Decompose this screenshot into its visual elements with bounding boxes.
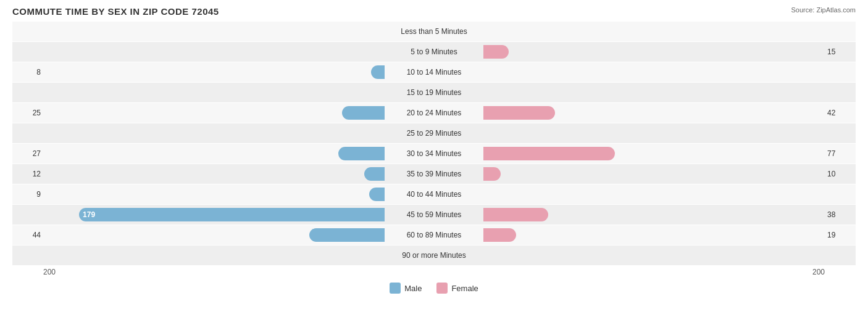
female-label: Female [451, 284, 478, 293]
legend-male: Male [390, 283, 422, 294]
chart-row: 5 to 9 Minutes 15 [12, 42, 856, 62]
male-label: Male [404, 284, 422, 293]
female-bar [483, 45, 509, 59]
male-side [43, 167, 385, 181]
female-bar [483, 106, 555, 120]
chart-row: 12 35 to 39 Minutes 10 [12, 164, 856, 184]
row-label: 40 to 44 Minutes [385, 190, 483, 199]
female-bar [483, 228, 516, 242]
row-label: 5 to 9 Minutes [385, 47, 483, 56]
male-bar [364, 167, 385, 181]
row-label: 15 to 19 Minutes [385, 88, 483, 97]
chart-row: 27 30 to 34 Minutes 77 [12, 144, 856, 163]
female-side [483, 44, 825, 59]
female-side [483, 187, 825, 202]
female-bar [483, 147, 615, 160]
male-side [43, 85, 385, 100]
bars-wrapper: 15 to 19 Minutes [43, 85, 825, 100]
bar-area: Less than 5 Minutes [43, 22, 825, 41]
male-value: 9 [12, 190, 43, 199]
row-label: Less than 5 Minutes [385, 27, 483, 36]
female-side [483, 126, 825, 141]
male-bar [309, 228, 385, 242]
bar-area: 179 45 to 59 Minutes [43, 205, 825, 225]
bars-wrapper: 10 to 14 Minutes [43, 65, 825, 80]
female-value: 15 [825, 47, 856, 56]
male-side [43, 228, 385, 242]
bar-area: 20 to 24 Minutes [43, 103, 825, 123]
chart-row: 25 to 29 Minutes [12, 123, 856, 143]
female-side [483, 65, 825, 80]
bar-area: 15 to 19 Minutes [43, 83, 825, 102]
chart-row: Less than 5 Minutes [12, 22, 856, 41]
female-side [483, 105, 825, 120]
source-label: Source: ZipAtlas.com [791, 6, 856, 14]
bars-wrapper: 60 to 89 Minutes [43, 228, 825, 242]
male-side [43, 65, 385, 80]
female-value: 38 [825, 210, 856, 219]
bar-area: 40 to 44 Minutes [43, 184, 825, 204]
chart-row: 8 10 to 14 Minutes [12, 62, 856, 82]
row-label: 35 to 39 Minutes [385, 170, 483, 178]
row-label: 60 to 89 Minutes [385, 231, 483, 239]
bars-wrapper: 40 to 44 Minutes [43, 187, 825, 202]
female-side [483, 85, 825, 100]
female-side [483, 207, 825, 222]
bar-area: 25 to 29 Minutes [43, 123, 825, 143]
bar-area: 30 to 34 Minutes [43, 144, 825, 163]
row-label: 10 to 14 Minutes [385, 68, 483, 76]
female-bar [483, 167, 501, 181]
chart-title: COMMUTE TIME BY SEX IN ZIP CODE 72045 [12, 6, 219, 17]
female-value: 42 [825, 109, 856, 117]
male-value: 25 [12, 109, 43, 117]
row-label: 25 to 29 Minutes [385, 129, 483, 138]
female-side [483, 248, 825, 263]
chart-legend: Male Female [12, 283, 856, 294]
female-side [483, 146, 825, 161]
female-value: 10 [825, 170, 856, 178]
bar-area: 35 to 39 Minutes [43, 164, 825, 184]
male-bar [342, 106, 385, 120]
male-side: 179 [43, 207, 385, 222]
male-value: 27 [12, 149, 43, 158]
male-bar [369, 188, 385, 201]
bar-area: 5 to 9 Minutes [43, 42, 825, 62]
male-inside-label: 179 [83, 210, 95, 219]
female-swatch [436, 283, 448, 294]
chart-row: 44 60 to 89 Minutes 19 [12, 225, 856, 245]
male-side [43, 187, 385, 202]
chart-row: 25 20 to 24 Minutes 42 [12, 103, 856, 123]
male-side [43, 24, 385, 39]
row-label: 45 to 59 Minutes [385, 210, 483, 219]
chart-container: Less than 5 Minutes 5 to 9 Minutes 15 8 [12, 22, 856, 278]
male-value: 44 [12, 231, 43, 239]
bars-wrapper: 30 to 34 Minutes [43, 146, 825, 161]
male-side [43, 146, 385, 161]
row-label: 20 to 24 Minutes [385, 109, 483, 117]
bars-wrapper: 35 to 39 Minutes [43, 167, 825, 181]
male-swatch [390, 283, 401, 294]
male-value: 12 [12, 170, 43, 178]
bar-area: 10 to 14 Minutes [43, 62, 825, 82]
bars-wrapper: 179 45 to 59 Minutes [43, 207, 825, 222]
male-side [43, 248, 385, 263]
bars-wrapper: 5 to 9 Minutes [43, 44, 825, 59]
female-side [483, 24, 825, 39]
bars-wrapper: 25 to 29 Minutes [43, 126, 825, 141]
bar-area: 90 or more Minutes [43, 246, 825, 265]
row-label: 30 to 34 Minutes [385, 149, 483, 158]
male-side [43, 105, 385, 120]
male-value: 8 [12, 68, 43, 76]
female-side [483, 167, 825, 181]
chart-rows: Less than 5 Minutes 5 to 9 Minutes 15 8 [12, 22, 856, 265]
bars-wrapper: 90 or more Minutes [43, 248, 825, 263]
male-side [43, 126, 385, 141]
bar-area: 60 to 89 Minutes [43, 225, 825, 245]
chart-row: 179 45 to 59 Minutes 38 [12, 205, 856, 225]
male-bar [338, 147, 385, 160]
axis-right: 200 [812, 268, 825, 276]
row-label: 90 or more Minutes [385, 251, 483, 260]
female-value: 19 [825, 231, 856, 239]
bars-wrapper: 20 to 24 Minutes [43, 105, 825, 120]
female-bar [483, 208, 548, 221]
